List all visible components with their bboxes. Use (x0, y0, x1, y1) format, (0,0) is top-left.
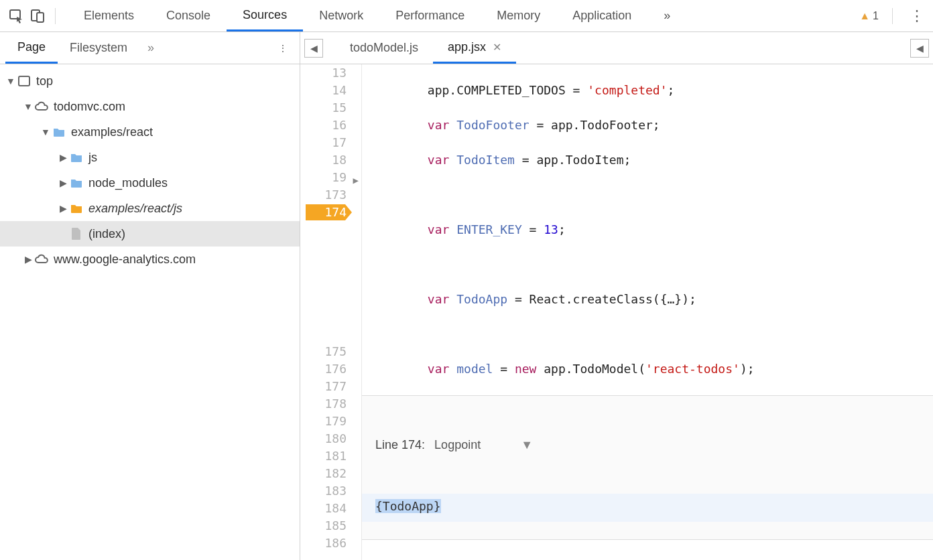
line-number[interactable]: 15 (300, 99, 347, 117)
close-icon[interactable]: ✕ (493, 41, 501, 54)
warning-count: 1 (873, 10, 879, 22)
tree-item[interactable]: (index) (0, 221, 300, 247)
line-number[interactable]: 186 (300, 535, 347, 552)
navigator-tab-page[interactable]: Page (5, 32, 58, 64)
expand-icon[interactable]: ▼ (23, 101, 34, 112)
line-number[interactable] (300, 273, 347, 291)
expand-icon[interactable]: ▶ (58, 203, 68, 214)
line-gutter[interactable]: 13141516171819▶1731741751761771781791801… (300, 64, 362, 560)
code-token: 13 (544, 222, 558, 236)
expand-icon[interactable]: ▶ (58, 178, 68, 188)
gutter-spacer (300, 238, 347, 256)
tree-item[interactable]: ▶www.google-analytics.com (0, 247, 300, 272)
line-number[interactable]: 13 (300, 64, 347, 82)
line-number[interactable]: 177 (300, 378, 347, 395)
tree-item[interactable]: ▼todomvc.com (0, 94, 300, 119)
code-token: model (449, 362, 493, 376)
line-number[interactable]: 174 (300, 204, 347, 221)
inspect-icon[interactable] (5, 5, 27, 27)
code-area[interactable]: app.COMPLETED_TODOS = 'completed'; var T… (362, 64, 933, 560)
file-tabs: ◀ todoModel.js app.jsx ✕ ◀ (300, 32, 933, 64)
logpoint-input[interactable]: {TodoApp} (362, 494, 933, 522)
tree-item-label: www.google-analytics.com (54, 253, 196, 267)
tree-item-label: examples/react (71, 125, 153, 139)
navigator-tabs-overflow[interactable]: » (147, 41, 154, 55)
folder-blue-icon (68, 151, 84, 163)
tab-network[interactable]: Network (303, 0, 379, 31)
line-number[interactable] (300, 308, 347, 326)
line-number[interactable]: 185 (300, 517, 347, 535)
line-number[interactable]: 18 (300, 151, 347, 169)
tree-item[interactable]: ▶examples/react/js (0, 196, 300, 221)
line-number[interactable]: 16 (300, 117, 347, 134)
line-number[interactable]: 179 (300, 413, 347, 430)
line-number[interactable]: 176 (300, 360, 347, 378)
code-token: = (522, 222, 544, 236)
tab-memory[interactable]: Memory (481, 0, 556, 31)
logpoint-line-label: Line 174: (375, 436, 425, 453)
navigator-tabs: Page Filesystem » ⋮ (0, 32, 300, 64)
tree-item[interactable]: ▶js (0, 145, 300, 170)
file-tree[interactable]: ▼top▼todomvc.com▼examples/react▶js▶node_… (0, 64, 300, 276)
tree-item-label: (index) (88, 227, 125, 241)
expand-icon[interactable]: ▼ (40, 127, 51, 137)
line-number[interactable]: 178 (300, 395, 347, 413)
history-nav-icon[interactable]: ◀ (304, 39, 323, 58)
file-tab-label: todoModel.js (350, 41, 418, 55)
tree-item-label: todomvc.com (54, 100, 125, 114)
file-tab-label: app.jsx (448, 40, 486, 54)
warning-icon: ▲ (859, 10, 870, 22)
line-number[interactable]: 183 (300, 482, 347, 500)
code-token: 'completed' (587, 83, 667, 97)
navigator-tab-filesystem[interactable]: Filesystem (58, 32, 139, 64)
code-token: TodoFooter (449, 118, 529, 132)
line-number[interactable] (300, 291, 347, 308)
expand-icon[interactable]: ▶ (58, 152, 68, 163)
line-number[interactable]: 175 (300, 343, 347, 360)
tab-elements[interactable]: Elements (68, 0, 150, 31)
expand-icon[interactable]: ▶ (23, 254, 34, 265)
device-toggle-icon[interactable] (27, 5, 48, 27)
tab-performance[interactable]: Performance (379, 0, 481, 31)
code-token: = app.TodoItem; (515, 153, 631, 167)
line-number[interactable]: 17 (300, 134, 347, 151)
line-number[interactable]: 19▶ (300, 169, 347, 186)
code-token: app.TodoModel( (536, 362, 645, 376)
tab-application[interactable]: Application (556, 0, 647, 31)
breakpoint-type-select[interactable]: Logpoint ▼ (434, 436, 533, 453)
code-token: var (428, 292, 450, 306)
toggle-debugger-icon[interactable]: ◀ (910, 39, 929, 58)
code-token: var (428, 118, 450, 132)
frame-icon (16, 74, 32, 88)
navigator-more-icon[interactable]: ⋮ (271, 43, 294, 54)
folder-blue-icon (51, 126, 67, 138)
tab-console[interactable]: Console (150, 0, 227, 31)
line-number[interactable] (300, 326, 347, 343)
line-number[interactable]: 184 (300, 500, 347, 517)
code-token: new (515, 362, 537, 376)
tree-item-label: js (88, 151, 97, 165)
svg-rect-0 (10, 10, 20, 19)
line-number[interactable]: 180 (300, 430, 347, 447)
warnings-badge[interactable]: ▲ 1 (859, 10, 879, 22)
tree-item[interactable]: ▼examples/react (0, 119, 300, 145)
code-token: = React.createClass({…}); (507, 292, 696, 306)
tabs-overflow[interactable]: » (647, 0, 686, 31)
menu-icon[interactable]: ⋮ (906, 5, 928, 27)
tab-sources[interactable]: Sources (227, 0, 303, 31)
toolbar-separator (55, 8, 56, 24)
tree-item[interactable]: ▼top (0, 68, 300, 94)
code-editor[interactable]: 13141516171819▶1731741751761771781791801… (300, 64, 933, 560)
expand-icon[interactable]: ▼ (5, 76, 16, 86)
code-token: app.COMPLETED_TODOS = (428, 83, 587, 97)
line-number[interactable]: 14 (300, 82, 347, 99)
line-number[interactable]: 181 (300, 447, 347, 465)
tree-item[interactable]: ▶node_modules (0, 170, 300, 196)
file-tab-todomodel[interactable]: todoModel.js (335, 32, 433, 64)
line-number[interactable]: 182 (300, 465, 347, 482)
tree-item-label: node_modules (88, 176, 168, 190)
svg-rect-2 (37, 13, 44, 22)
file-tab-appjsx[interactable]: app.jsx ✕ (433, 32, 516, 64)
fold-icon[interactable]: ▶ (353, 171, 359, 189)
line-number[interactable]: 173 (300, 186, 347, 204)
